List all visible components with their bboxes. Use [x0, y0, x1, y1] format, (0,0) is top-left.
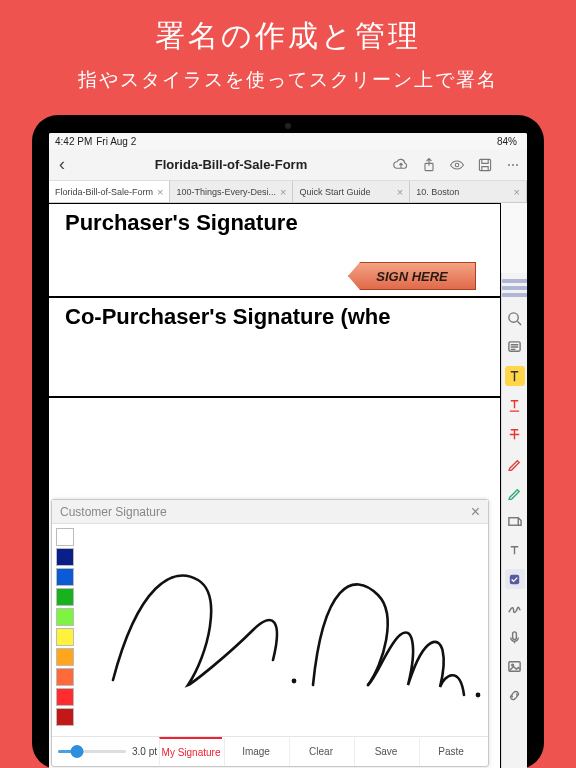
stroke-width-slider[interactable]: [58, 750, 126, 753]
my-signature-button[interactable]: My Signature: [159, 737, 222, 765]
color-swatch[interactable]: [56, 588, 74, 606]
paste-button[interactable]: Paste: [419, 738, 482, 766]
underline-tool-icon[interactable]: [505, 395, 525, 415]
tab-label: Florida-Bill-of-Sale-Form: [55, 187, 153, 197]
tablet-screen: 4:42 PM Fri Aug 2 84% ‹ Florida-Bill-of-…: [49, 133, 527, 768]
purchaser-signature-field: Purchaser's Signature SIGN HERE: [49, 204, 500, 298]
co-purchaser-signature-label: Co-Purchaser's Signature (whe: [65, 304, 391, 330]
view-icon[interactable]: [449, 157, 465, 173]
image-button[interactable]: Image: [224, 738, 287, 766]
signature-panel-close-icon[interactable]: ×: [471, 503, 480, 521]
tab-close-icon[interactable]: ×: [514, 186, 520, 198]
status-bar: 4:42 PM Fri Aug 2 84%: [49, 133, 527, 149]
tool-rail: [501, 273, 527, 768]
svg-point-10: [509, 312, 518, 321]
tab-close-icon[interactable]: ×: [397, 186, 403, 198]
color-swatch[interactable]: [56, 548, 74, 566]
color-swatch[interactable]: [56, 708, 74, 726]
signature-panel: Customer Signature ×: [51, 499, 489, 767]
tab-label: 10. Boston: [416, 187, 459, 197]
share-icon[interactable]: [421, 157, 437, 173]
tab-close-icon[interactable]: ×: [280, 186, 286, 198]
note-tool-icon[interactable]: [505, 337, 525, 357]
color-swatch[interactable]: [56, 628, 74, 646]
signature-canvas[interactable]: [78, 524, 488, 736]
status-date: Fri Aug 2: [96, 136, 136, 147]
svg-point-9: [516, 164, 518, 166]
save-button[interactable]: Save: [354, 738, 417, 766]
textbox-tool-icon[interactable]: [505, 540, 525, 560]
document-area[interactable]: Purchaser's Signature SIGN HERE Co-Purch…: [49, 203, 527, 768]
promo-subtitle: 指やスタイラスを使ってスクリーン上で署名: [78, 67, 498, 93]
tab-1[interactable]: 100-Things-Every-Desi...×: [170, 181, 293, 202]
sign-here-badge[interactable]: SIGN HERE: [348, 262, 476, 290]
svg-point-17: [292, 679, 297, 684]
save-icon[interactable]: [477, 157, 493, 173]
tab-label: 100-Things-Every-Desi...: [176, 187, 276, 197]
strikeout-tool-icon[interactable]: [505, 424, 525, 444]
signature-tool-icon[interactable]: [505, 598, 525, 618]
tab-2[interactable]: Quick Start Guide×: [293, 181, 410, 202]
shape-tool-icon[interactable]: [505, 511, 525, 531]
svg-point-7: [508, 164, 510, 166]
back-button[interactable]: ‹: [55, 154, 69, 175]
co-purchaser-signature-field: Co-Purchaser's Signature (whe: [49, 298, 500, 398]
svg-point-5: [455, 163, 459, 167]
more-icon[interactable]: [505, 157, 521, 173]
svg-point-16: [512, 664, 514, 666]
battery-label: 84%: [497, 136, 517, 147]
color-swatch[interactable]: [56, 528, 74, 546]
stroke-width-label: 3.0 pt: [132, 746, 157, 757]
app-header: ‹ Florida-Bill-of-Sale-Form: [49, 149, 527, 181]
stamp-tool-icon[interactable]: [505, 569, 525, 589]
pen-tool-icon[interactable]: [505, 482, 525, 502]
tab-label: Quick Start Guide: [299, 187, 370, 197]
svg-rect-6: [479, 159, 490, 170]
color-swatch[interactable]: [56, 688, 74, 706]
color-palette: [52, 524, 78, 736]
tab-bar: Florida-Bill-of-Sale-Form× 100-Things-Ev…: [49, 181, 527, 203]
color-swatch[interactable]: [56, 568, 74, 586]
svg-rect-14: [513, 631, 517, 639]
svg-point-8: [512, 164, 514, 166]
cloud-upload-icon[interactable]: [393, 157, 409, 173]
rail-handle-icon[interactable]: [502, 279, 528, 297]
tab-0[interactable]: Florida-Bill-of-Sale-Form×: [49, 181, 170, 202]
camera-dot: [285, 123, 291, 129]
stroke-width-control: 3.0 pt: [58, 746, 157, 757]
signature-panel-title: Customer Signature: [60, 505, 167, 519]
mic-tool-icon[interactable]: [505, 627, 525, 647]
purchaser-signature-label: Purchaser's Signature: [65, 210, 298, 236]
tab-close-icon[interactable]: ×: [157, 186, 163, 198]
pencil-tool-icon[interactable]: [505, 453, 525, 473]
svg-rect-12: [509, 517, 518, 525]
color-swatch[interactable]: [56, 668, 74, 686]
highlight-tool-icon[interactable]: [505, 366, 525, 386]
color-swatch[interactable]: [56, 608, 74, 626]
clear-button[interactable]: Clear: [289, 738, 352, 766]
color-swatch[interactable]: [56, 648, 74, 666]
search-tool-icon[interactable]: [505, 308, 525, 328]
link-tool-icon[interactable]: [505, 685, 525, 705]
tab-3[interactable]: 10. Boston×: [410, 181, 527, 202]
promo-title: 署名の作成と管理: [155, 16, 421, 57]
signature-panel-footer: 3.0 pt My Signature Image Clear Save Pas…: [52, 736, 488, 766]
tablet-frame: 4:42 PM Fri Aug 2 84% ‹ Florida-Bill-of-…: [32, 115, 544, 768]
image-tool-icon[interactable]: [505, 656, 525, 676]
status-time: 4:42 PM: [55, 136, 92, 147]
svg-point-18: [476, 693, 481, 698]
document-title: Florida-Bill-of-Sale-Form: [77, 157, 385, 172]
